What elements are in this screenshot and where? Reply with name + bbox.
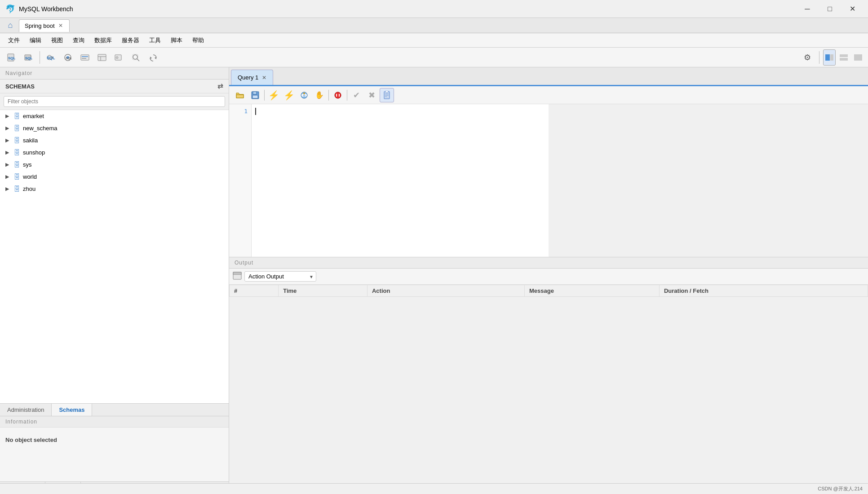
- q-toggle-result[interactable]: [331, 88, 345, 102]
- menu-database[interactable]: 数据库: [90, 35, 116, 46]
- schema-item-emarket[interactable]: ▶ 🗄 emarket: [0, 110, 229, 122]
- spring-boot-tab[interactable]: Spring boot ✕: [19, 19, 70, 32]
- toolbar-table[interactable]: [94, 49, 110, 66]
- q-explain[interactable]: [297, 88, 311, 102]
- toolbar-procedure[interactable]: ⚙: [111, 49, 127, 66]
- output-select-wrap: Action Output: [244, 271, 316, 282]
- minimize-button[interactable]: ─: [797, 2, 818, 16]
- output-header: Output: [229, 257, 868, 269]
- col-duration: Duration / Fetch: [659, 285, 868, 297]
- toolbar-open-sql[interactable]: SQL: [21, 49, 37, 66]
- action-output-select[interactable]: Action Output: [244, 271, 316, 282]
- q-stop[interactable]: ✋: [312, 88, 327, 102]
- query-tab-close-icon[interactable]: ✕: [262, 75, 266, 81]
- svg-marker-21: [150, 57, 152, 59]
- toolbar-view1[interactable]: [823, 49, 836, 66]
- close-button[interactable]: ✕: [842, 2, 863, 16]
- tab-label: Spring boot: [25, 22, 55, 29]
- menu-query[interactable]: 查询: [68, 35, 89, 46]
- editor-content[interactable]: [252, 104, 549, 257]
- toolbar-sep-right: [819, 51, 819, 64]
- q-open-file[interactable]: [233, 88, 247, 102]
- main-layout: Navigator SCHEMAS ⇄ ▶ 🗄 emarket ▶ 🗄 new_…: [0, 67, 868, 494]
- schema-item-sys[interactable]: ▶ 🗄 sys: [0, 159, 229, 171]
- menu-script[interactable]: 脚本: [166, 35, 187, 46]
- toolbar-refresh[interactable]: [145, 49, 161, 66]
- db-icon-sys: 🗄: [13, 161, 20, 168]
- maximize-button[interactable]: □: [819, 2, 840, 16]
- query-toolbar: ⚡ ⚡ ✋ ✔ ✖: [229, 86, 868, 104]
- svg-point-17: [133, 55, 137, 59]
- information-header: Information: [0, 416, 229, 428]
- expand-arrow-new_schema: ▶: [5, 125, 11, 131]
- output-table: # Time Action Message Duration / Fetch: [229, 285, 868, 297]
- schema-name-sys: sys: [23, 161, 32, 168]
- status-bar: CSDN @开发人.214: [0, 483, 868, 494]
- q-save[interactable]: [248, 88, 262, 102]
- q-clipboard[interactable]: [380, 88, 394, 102]
- svg-rect-10: [82, 56, 88, 57]
- svg-text:SQL: SQL: [8, 56, 16, 60]
- toolbar-view3[interactable]: [852, 49, 864, 66]
- schema-item-sunshop[interactable]: ▶ 🗄 sunshop: [0, 146, 229, 159]
- query-1-tab[interactable]: Query 1 ✕: [231, 70, 273, 85]
- menu-edit[interactable]: 编辑: [25, 35, 46, 46]
- svg-rect-27: [236, 95, 244, 98]
- svg-rect-12: [98, 54, 106, 61]
- title-controls: ─ □ ✕: [797, 2, 863, 16]
- output-table-wrap: # Time Action Message Duration / Fetch: [229, 285, 868, 494]
- toolbar-sep-1: [40, 51, 40, 64]
- toolbar-view2[interactable]: [837, 49, 850, 66]
- toolbar-connect[interactable]: SQL: [43, 49, 59, 66]
- svg-rect-44: [233, 272, 241, 274]
- menu-view[interactable]: 视图: [47, 35, 67, 46]
- schema-item-zhou[interactable]: ▶ 🗄 zhou: [0, 183, 229, 195]
- col-time: Time: [279, 285, 368, 297]
- q-cancel[interactable]: ✖: [364, 88, 379, 102]
- line-number-1: 1: [233, 108, 248, 115]
- q-execute[interactable]: ⚡: [266, 88, 281, 102]
- schema-item-world[interactable]: ▶ 🗄 world: [0, 171, 229, 183]
- q-sep-3: [347, 90, 347, 101]
- tab-close-icon[interactable]: ✕: [58, 22, 64, 29]
- toolbar-reconnect[interactable]: SQL: [60, 49, 76, 66]
- schema-config-icon[interactable]: ⇄: [217, 82, 223, 90]
- right-panel: Query 1 ✕ ⚡ ⚡ ✋: [229, 67, 868, 494]
- output-table-icon: [233, 272, 242, 281]
- editor-cursor-line: [255, 108, 545, 115]
- q-execute-current[interactable]: ⚡: [282, 88, 296, 102]
- col-action: Action: [367, 285, 524, 297]
- app-title: MySQL Workbench: [19, 5, 797, 13]
- q-sep-1: [264, 90, 265, 101]
- home-button[interactable]: ⌂: [4, 19, 17, 32]
- output-table-head: # Time Action Message Duration / Fetch: [230, 285, 868, 297]
- output-toolbar: Action Output: [229, 269, 868, 285]
- schema-name-new_schema: new_schema: [23, 125, 58, 132]
- menu-help[interactable]: 帮助: [188, 35, 208, 46]
- expand-arrow-world: ▶: [5, 174, 11, 180]
- svg-text:SQL: SQL: [66, 57, 72, 60]
- menu-server[interactable]: 服务器: [117, 35, 144, 46]
- svg-rect-30: [252, 95, 258, 98]
- svg-rect-24: [840, 54, 848, 57]
- toolbar-settings[interactable]: ⚙: [799, 49, 815, 66]
- toolbar-schema[interactable]: [77, 49, 93, 66]
- filter-input[interactable]: [4, 96, 225, 107]
- administration-tab[interactable]: Administration: [0, 404, 52, 416]
- q-check[interactable]: ✔: [349, 88, 363, 102]
- svg-point-35: [335, 92, 341, 98]
- menu-tools[interactable]: 工具: [145, 35, 165, 46]
- schemas-tab[interactable]: Schemas: [52, 404, 92, 416]
- db-icon-sakila: 🗄: [13, 137, 20, 144]
- menu-file[interactable]: 文件: [4, 35, 24, 46]
- svg-rect-39: [385, 91, 388, 93]
- schema-item-new_schema[interactable]: ▶ 🗄 new_schema: [0, 122, 229, 134]
- toolbar-new-sql[interactable]: SQL: [4, 49, 20, 66]
- toolbar-search[interactable]: [128, 49, 144, 66]
- db-icon-sunshop: 🗄: [13, 149, 20, 156]
- svg-rect-11: [82, 58, 86, 59]
- menu-bar: 文件 编辑 视图 查询 数据库 服务器 工具 脚本 帮助: [0, 33, 868, 48]
- left-bottom-tabs: Administration Schemas: [0, 403, 229, 416]
- schema-item-sakila[interactable]: ▶ 🗄 sakila: [0, 134, 229, 146]
- text-cursor: [255, 108, 256, 115]
